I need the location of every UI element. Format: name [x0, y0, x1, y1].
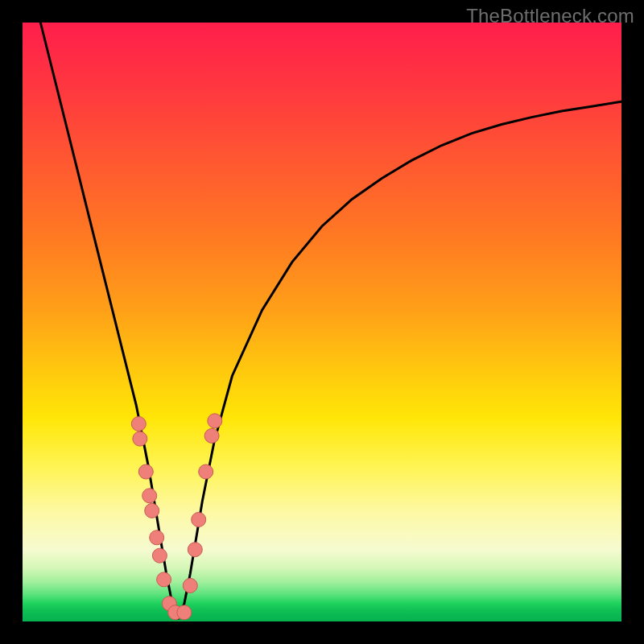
- highlight-dot-right-5: [208, 414, 222, 428]
- highlight-dot-left-1: [133, 431, 147, 446]
- curve-right-branch: [178, 101, 621, 618]
- watermark-text: TheBottleneck.com: [466, 5, 634, 27]
- highlight-dot-right-1: [188, 543, 202, 557]
- highlight-dot-right-4: [204, 428, 219, 443]
- chart-frame: TheBottleneck.com: [0, 0, 644, 644]
- highlight-dot-left-2: [138, 464, 153, 479]
- highlight-dot-left-5: [150, 530, 164, 545]
- highlight-dot-left-6: [152, 548, 167, 563]
- bottleneck-curve: [23, 23, 621, 621]
- highlight-dot-left-7: [157, 572, 171, 587]
- highlight-dot-left-10: [177, 605, 192, 620]
- curve-left-branch: [40, 23, 178, 618]
- highlight-dot-left-3: [142, 489, 157, 503]
- plot-area: [23, 23, 621, 621]
- highlight-dot-right-3: [199, 464, 213, 479]
- highlight-dot-right-0: [183, 578, 197, 592]
- highlight-dot-right-2: [192, 513, 206, 527]
- highlight-dot-left-4: [145, 503, 159, 518]
- highlight-dot-left-0: [131, 417, 146, 431]
